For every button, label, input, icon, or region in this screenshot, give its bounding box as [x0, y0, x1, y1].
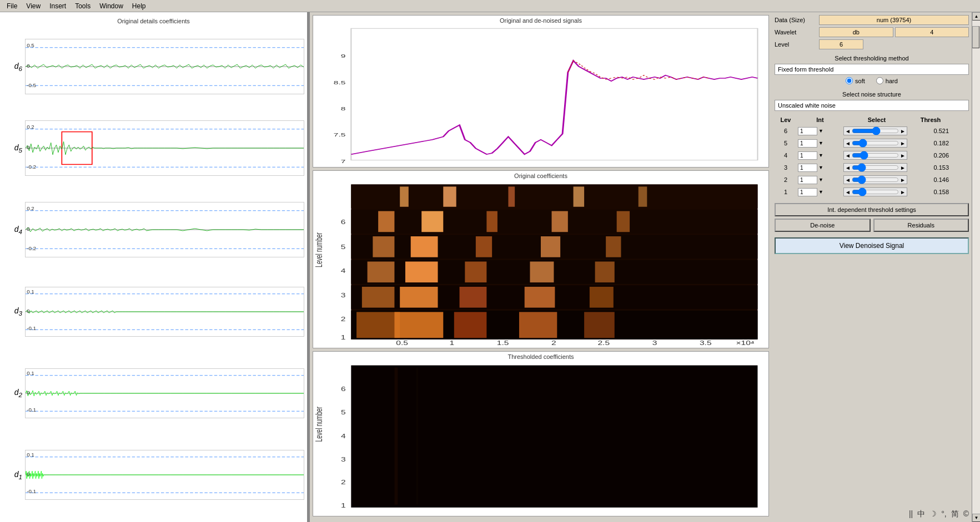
- menu-file[interactable]: File: [2, 1, 22, 11]
- plot-thresholded-coefficients[interactable]: Thresholded coefficients 1 2 3 4 5 6 Lev…: [313, 351, 769, 516]
- view-denoised-btn[interactable]: View Denoised Signal: [775, 237, 969, 254]
- menu-window[interactable]: Window: [95, 1, 128, 11]
- svg-rect-54: [443, 187, 456, 207]
- radio-hard-input[interactable]: [876, 77, 883, 84]
- thresh-int-dropdown-2[interactable]: ▼: [818, 177, 823, 183]
- svg-rect-80: [525, 287, 555, 308]
- svg-rect-87: [584, 312, 615, 338]
- menu-insert[interactable]: Insert: [45, 1, 71, 11]
- svg-text:7.5: 7.5: [334, 133, 346, 138]
- thresh-int-dropdown-6[interactable]: ▼: [818, 128, 823, 134]
- header-select: Select: [843, 116, 910, 123]
- noise-structure-title: Select noise structure: [775, 91, 969, 98]
- svg-rect-71: [368, 262, 395, 283]
- svg-rect-61: [486, 211, 497, 232]
- residuals-btn[interactable]: Residuals: [873, 219, 969, 232]
- tray-item-4: °,: [941, 509, 947, 519]
- denoise-btn[interactable]: De-noise: [775, 219, 871, 232]
- radio-hard-label: hard: [886, 78, 898, 84]
- svg-rect-53: [400, 187, 409, 207]
- coeff-plot-d4[interactable]: 0.2 0 -0.2: [25, 202, 304, 257]
- scrollbar[interactable]: ▲ ▼: [972, 12, 980, 522]
- tray-item-3: ☽: [929, 509, 937, 519]
- method-dropdown-container[interactable]: Fixed form threshold: [775, 64, 969, 75]
- scrollbar-track[interactable]: [972, 21, 980, 514]
- svg-rect-74: [530, 262, 554, 283]
- coeff-plot-d1[interactable]: 0.1 0 -0.1: [25, 450, 304, 500]
- header-lev: Lev: [775, 116, 797, 123]
- thresh-lev-6: 6: [775, 128, 797, 134]
- svg-rect-103: [351, 366, 757, 508]
- svg-text:0.5: 0.5: [396, 165, 408, 166]
- thresh-value-6: 0.521: [911, 128, 950, 134]
- svg-text:3: 3: [341, 292, 346, 299]
- thresh-int-dropdown-1[interactable]: ▼: [818, 189, 823, 195]
- thresh-slider-3[interactable]: [852, 164, 899, 171]
- noise-dropdown[interactable]: Unscaled white noise: [775, 100, 969, 111]
- svg-text:Level number: Level number: [314, 232, 324, 267]
- thresh-slider-6[interactable]: [852, 128, 899, 134]
- thresh-slider-right-2: ►: [899, 177, 907, 183]
- radio-soft[interactable]: soft: [846, 77, 865, 84]
- thresh-int-input-1[interactable]: [798, 188, 817, 196]
- thresh-slider-1[interactable]: [852, 189, 899, 195]
- thresh-slider-5[interactable]: [852, 140, 899, 146]
- middle-panel: Original and de-noised signals 7 7.5 8 8…: [310, 12, 772, 522]
- thresh-slider-4[interactable]: [852, 152, 899, 159]
- thresh-int-dropdown-5[interactable]: ▼: [818, 140, 823, 146]
- coeff-plot-d6[interactable]: 0.5 0 -0.5: [25, 39, 304, 94]
- coeff-row-d1: d1 0.1 0 -0.1: [3, 435, 304, 515]
- plot-original-denoised[interactable]: Original and de-noised signals 7 7.5 8 8…: [313, 15, 769, 168]
- coeff-plot-d3[interactable]: 0.1 0 -0.1: [25, 287, 304, 337]
- svg-text:-0.1: -0.1: [27, 407, 36, 412]
- scrollbar-up[interactable]: ▲: [972, 12, 980, 21]
- svg-text:4: 4: [341, 268, 346, 275]
- thresh-slider-2[interactable]: [852, 176, 899, 183]
- menu-view[interactable]: View: [22, 1, 45, 11]
- thresh-int-dropdown-4[interactable]: ▼: [818, 153, 823, 158]
- scrollbar-down[interactable]: ▼: [972, 514, 980, 522]
- coeff-row-d4: d4 0.2 0 -0.2: [3, 190, 304, 270]
- thresh-int-input-5[interactable]: [798, 139, 817, 148]
- thresh-lev-3: 3: [775, 164, 797, 171]
- select-method-title: Select thresholding method: [775, 55, 969, 62]
- menu-tools[interactable]: Tools: [71, 1, 95, 11]
- menubar: File View Insert Tools Window Help: [0, 0, 980, 12]
- thresh-int-input-2[interactable]: [798, 176, 817, 184]
- int-dependent-btn[interactable]: Int. dependent threshold settings: [775, 203, 969, 216]
- thresh-value-1: 0.158: [911, 189, 950, 195]
- svg-text:1: 1: [341, 335, 346, 341]
- thresh-slider-right-1: ►: [899, 189, 907, 195]
- svg-text:-0.2: -0.2: [27, 165, 36, 170]
- thresh-int-input-4[interactable]: [798, 151, 817, 160]
- thresh-int-input-3[interactable]: [798, 164, 817, 172]
- svg-text:-0.5: -0.5: [27, 83, 36, 88]
- svg-text:2.5: 2.5: [597, 165, 610, 166]
- header-int: Int: [798, 116, 842, 123]
- coeff-row-d6: d6 0.5 0 -0.5: [3, 27, 304, 107]
- svg-text:3.5: 3.5: [700, 340, 712, 347]
- svg-rect-84: [394, 312, 443, 338]
- method-dropdown[interactable]: Fixed form threshold: [775, 64, 969, 75]
- thresh-slider-left-3: ◄: [844, 165, 852, 171]
- coeff-label-d3: d3: [3, 306, 25, 317]
- svg-text:0.5: 0.5: [27, 43, 34, 48]
- svg-text:0: 0: [27, 63, 29, 68]
- svg-rect-83: [356, 312, 400, 338]
- svg-text:-0.1: -0.1: [27, 489, 36, 494]
- thresh-lev-4: 4: [775, 152, 797, 159]
- coeff-plot-d2[interactable]: 0.1 0 -0.1: [25, 368, 304, 418]
- coeff-plot-d5[interactable]: 0.2 0 -0.2: [25, 120, 304, 176]
- svg-rect-105: [416, 368, 418, 505]
- thresh-int-dropdown-3[interactable]: ▼: [818, 165, 823, 170]
- svg-rect-86: [519, 312, 557, 338]
- thresh-int-input-6[interactable]: [798, 127, 817, 135]
- plot-original-coefficients[interactable]: Original coefficients: [313, 170, 769, 348]
- scrollbar-thumb[interactable]: [972, 26, 979, 48]
- radio-soft-input[interactable]: [846, 77, 853, 84]
- radio-hard[interactable]: hard: [876, 77, 898, 84]
- noise-dropdown-container[interactable]: Unscaled white noise: [775, 100, 969, 111]
- svg-text:3: 3: [652, 340, 657, 347]
- menu-help[interactable]: Help: [128, 1, 150, 11]
- thresh-row-4: 4 ▼ ◄ ► 0.206: [775, 151, 969, 160]
